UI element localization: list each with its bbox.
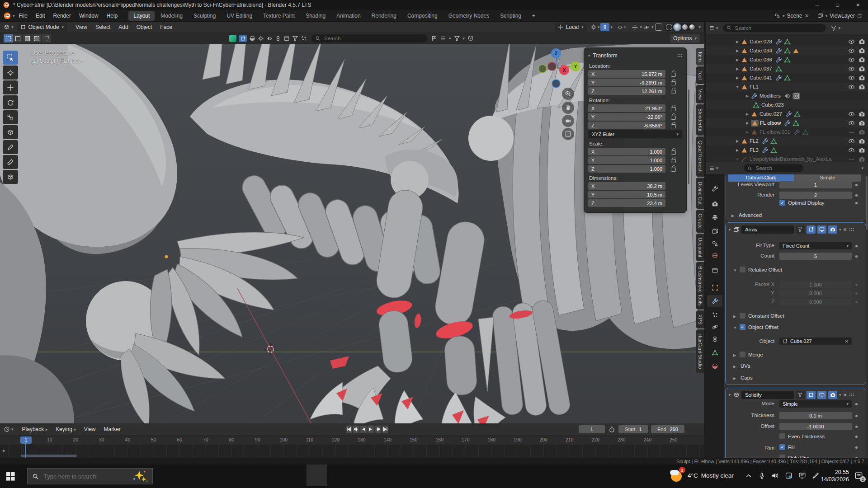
outliner-row[interactable]: ▶Cube.036 bbox=[706, 55, 868, 64]
shading-solid-icon[interactable] bbox=[674, 24, 680, 30]
relative-offset-checkbox[interactable] bbox=[740, 267, 745, 272]
scene-selector[interactable]: ▾ Scene ✕ bbox=[774, 13, 809, 19]
options-dropdown[interactable]: Options ▾ bbox=[670, 34, 700, 43]
expand-icon[interactable]: ▶ bbox=[733, 365, 736, 369]
tab-view-layer[interactable] bbox=[707, 225, 722, 237]
value-field[interactable]: Z1.000 bbox=[588, 165, 665, 173]
folder-icon[interactable] bbox=[283, 35, 290, 42]
mask-icon[interactable] bbox=[258, 35, 264, 42]
sidebar-tab[interactable]: BlenderKit bbox=[696, 104, 704, 136]
camera-icon[interactable] bbox=[859, 147, 865, 154]
lock-icon[interactable] bbox=[671, 158, 676, 162]
tab-modifiers[interactable] bbox=[707, 295, 722, 307]
marker-menu[interactable]: Marker bbox=[99, 425, 124, 434]
tray-expand-caret-icon[interactable] bbox=[745, 472, 752, 479]
object-picker-field[interactable]: Cube.027 ✕ bbox=[779, 338, 852, 345]
modifier-name-field[interactable]: Solidify bbox=[741, 391, 794, 399]
editor-type-selector[interactable]: ▾ bbox=[4, 24, 14, 30]
workspace-tab[interactable]: Geometry Nodes bbox=[443, 11, 495, 21]
menu-item[interactable]: Render bbox=[49, 11, 75, 20]
sidebar-tab[interactable]: Item bbox=[696, 48, 704, 66]
workspace-tab[interactable]: Rendering bbox=[367, 11, 401, 21]
optimal-display-checkbox[interactable]: ✓ bbox=[779, 200, 785, 206]
properties-search[interactable] bbox=[744, 164, 803, 172]
lock-icon[interactable] bbox=[671, 150, 676, 154]
value-field[interactable]: Y1.000 bbox=[588, 156, 665, 164]
display-realtime-toggle[interactable] bbox=[817, 391, 826, 399]
eye-icon[interactable] bbox=[848, 120, 855, 127]
tab-constraints[interactable] bbox=[707, 333, 722, 345]
list-icon[interactable] bbox=[440, 35, 446, 42]
zoom-button[interactable] bbox=[562, 88, 574, 100]
eye-icon[interactable] bbox=[848, 47, 855, 54]
outliner-row[interactable]: Cube.023 bbox=[706, 100, 868, 109]
weather-widget[interactable]: 2 4°C Mostly clear bbox=[670, 468, 734, 483]
delete-modifier-icon[interactable]: ✕ bbox=[843, 227, 847, 233]
outliner-row[interactable]: ▶Modifiers bbox=[706, 91, 868, 100]
playhead-line[interactable] bbox=[25, 443, 26, 458]
collapse-icon[interactable]: ▼ bbox=[733, 268, 737, 272]
animate-dot[interactable] bbox=[855, 202, 858, 204]
start-frame-field[interactable]: Start1 bbox=[618, 425, 648, 433]
tab-collection[interactable] bbox=[707, 264, 722, 276]
tab-scene[interactable] bbox=[707, 237, 722, 249]
microphone-icon[interactable] bbox=[758, 472, 765, 479]
shading-rendered-icon[interactable] bbox=[689, 24, 695, 30]
select-invert-button[interactable] bbox=[32, 34, 41, 42]
blender-menu-icon[interactable] bbox=[4, 12, 11, 19]
extras-chevron-icon[interactable]: ▾ bbox=[839, 227, 841, 232]
xray-toggle-icon[interactable] bbox=[655, 23, 662, 31]
sidebar-tab[interactable]: Ucupaint bbox=[696, 234, 704, 261]
timeline-editor-type[interactable]: ▾ bbox=[4, 426, 14, 432]
clear-object-icon[interactable]: ✕ bbox=[845, 339, 849, 344]
shading-wireframe-icon[interactable] bbox=[666, 24, 672, 30]
end-frame-field[interactable]: End250 bbox=[651, 425, 684, 433]
eye-icon[interactable] bbox=[848, 111, 855, 117]
select-set-button[interactable] bbox=[4, 34, 13, 42]
viewport-menu-item[interactable]: View bbox=[71, 23, 91, 32]
delete-modifier-icon[interactable]: ✕ bbox=[843, 392, 847, 398]
camera-icon[interactable] bbox=[859, 66, 865, 72]
expand-icon[interactable]: ▶ bbox=[733, 314, 736, 319]
shading-material-icon[interactable] bbox=[682, 24, 688, 30]
animate-dot[interactable] bbox=[855, 292, 858, 295]
display-editmode-toggle[interactable] bbox=[807, 225, 816, 234]
ortho-grid-button[interactable] bbox=[562, 128, 574, 140]
filter-icon[interactable] bbox=[292, 35, 298, 42]
current-frame-field[interactable]: 1 bbox=[579, 425, 605, 433]
tool-scale[interactable] bbox=[3, 110, 18, 124]
tool-rotate[interactable] bbox=[3, 95, 18, 109]
tab-world[interactable] bbox=[707, 249, 722, 261]
animate-dot[interactable] bbox=[855, 284, 858, 286]
outliner-row[interactable]: ▶Cube.037 bbox=[706, 64, 868, 73]
mirror-icon[interactable] bbox=[266, 35, 273, 42]
camera-view-button[interactable] bbox=[562, 115, 574, 127]
sidebar-tab[interactable]: Quad Remesh bbox=[696, 136, 704, 177]
tab-tool[interactable] bbox=[707, 183, 722, 194]
taskbar-search-input[interactable] bbox=[43, 473, 128, 480]
collapse-icon[interactable]: ▾ bbox=[588, 53, 590, 58]
speaker-icon[interactable] bbox=[771, 472, 779, 479]
eye-icon[interactable] bbox=[848, 147, 855, 154]
eye-icon[interactable] bbox=[848, 138, 855, 145]
factor-y-field[interactable]: 0.000 bbox=[779, 290, 852, 297]
start-button[interactable] bbox=[6, 472, 15, 482]
render-field[interactable]: 2 bbox=[779, 192, 852, 199]
copy-icon[interactable] bbox=[857, 13, 863, 19]
playback-menu[interactable]: Playback ▾ bbox=[18, 425, 52, 434]
eye-icon[interactable] bbox=[848, 38, 855, 45]
sphere-icon[interactable] bbox=[249, 35, 255, 42]
view-menu[interactable]: View bbox=[80, 425, 100, 434]
eye-icon[interactable] bbox=[848, 75, 855, 81]
extras-chevron-icon[interactable]: ▾ bbox=[839, 393, 841, 397]
rotation-mode-dropdown[interactable]: XYZ Euler ▾ bbox=[588, 130, 682, 138]
panel-scrollbar[interactable] bbox=[688, 89, 689, 184]
eye-icon[interactable] bbox=[848, 56, 855, 63]
workspace-tab[interactable]: Scripting bbox=[495, 11, 526, 21]
outliner-row[interactable]: ▶Cube.027 bbox=[706, 109, 868, 118]
people-icon[interactable] bbox=[301, 35, 307, 42]
select-intersect-button[interactable] bbox=[42, 34, 51, 42]
shield-check-icon[interactable] bbox=[467, 35, 474, 42]
viewlayer-selector[interactable]: ▾ ViewLayer bbox=[817, 13, 863, 19]
taskbar-search[interactable] bbox=[27, 468, 153, 484]
